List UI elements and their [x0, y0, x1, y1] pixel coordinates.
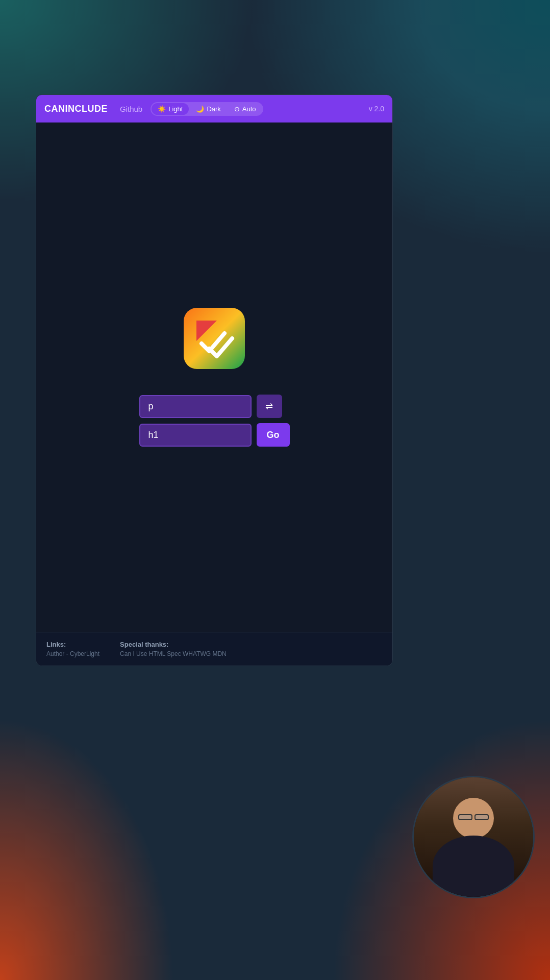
webcam-overlay [412, 776, 535, 898]
footer-thanks-section: Special thanks: Can I Use HTML Spec WHAT… [120, 641, 227, 657]
main-content: ⇌ Go [36, 122, 392, 632]
github-link[interactable]: Github [120, 105, 142, 113]
app-window: CANINCLUDE Github ☀️ Light 🌙 Dark ⊙ Auto… [36, 94, 393, 666]
theme-switcher: ☀️ Light 🌙 Dark ⊙ Auto [151, 102, 263, 116]
theme-light-label: Light [168, 105, 183, 113]
footer-thanks-content: Can I Use HTML Spec WHATWG MDN [120, 650, 227, 657]
app-logo [184, 308, 245, 369]
navbar: CANINCLUDE Github ☀️ Light 🌙 Dark ⊙ Auto… [36, 95, 392, 122]
controls-row-1: ⇌ [139, 395, 282, 418]
version-badge: v 2.0 [369, 105, 384, 113]
auto-icon: ⊙ [234, 105, 240, 113]
theme-light-button[interactable]: ☀️ Light [152, 103, 189, 115]
footer: Links: Author - CyberLight Special thank… [36, 632, 392, 666]
footer-thanks-title: Special thanks: [120, 641, 227, 648]
webcam-glasses [456, 814, 491, 820]
footer-links-content: Author - CyberLight [46, 650, 99, 657]
svg-marker-0 [196, 321, 217, 341]
swap-button[interactable]: ⇌ [257, 395, 282, 418]
theme-dark-label: Dark [207, 105, 220, 113]
theme-auto-label: Auto [242, 105, 256, 113]
brand-title: CANINCLUDE [44, 104, 108, 114]
bg-decoration-bl [0, 674, 204, 980]
footer-links-title: Links: [46, 641, 99, 648]
controls-row-2: Go [139, 423, 290, 447]
moon-icon: 🌙 [196, 105, 204, 113]
footer-links-section: Links: Author - CyberLight [46, 641, 99, 657]
sun-icon: ☀️ [158, 105, 166, 113]
element-input-1[interactable] [139, 395, 252, 418]
theme-dark-button[interactable]: 🌙 Dark [190, 103, 227, 115]
element-input-2[interactable] [139, 424, 252, 447]
theme-auto-button[interactable]: ⊙ Auto [228, 103, 262, 115]
webcam-body [433, 836, 514, 897]
logo-svg [191, 315, 237, 361]
controls-container: ⇌ Go [139, 395, 290, 447]
webcam-person [414, 777, 533, 897]
go-button[interactable]: Go [257, 423, 290, 447]
